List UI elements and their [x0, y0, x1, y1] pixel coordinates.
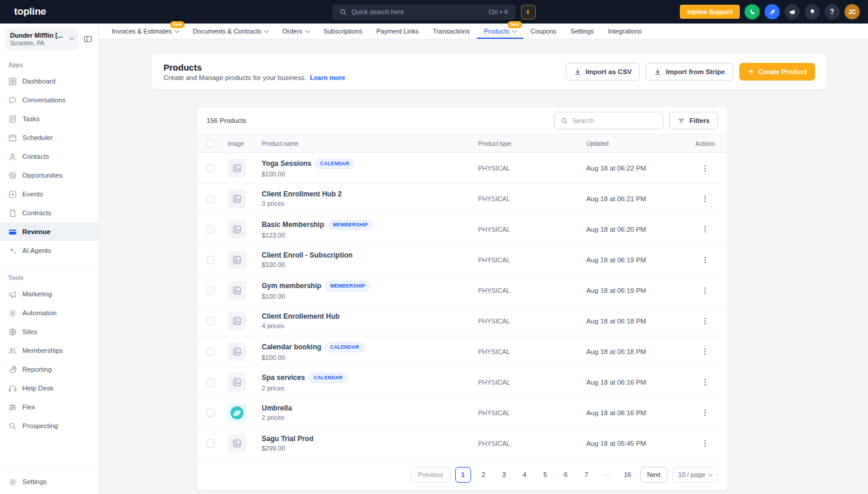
sidebar-item-events[interactable]: Events — [0, 185, 98, 203]
product-name[interactable]: Calendar booking — [262, 343, 321, 351]
sidebar-item-dashboard[interactable]: Dashboard — [0, 72, 98, 91]
sidebar-collapse-button[interactable] — [82, 34, 94, 45]
tab-transactions[interactable]: Transactions — [426, 24, 477, 39]
tab-payment-links[interactable]: Payment Links — [369, 24, 426, 39]
table-row[interactable]: Calendar bookingCALENDAR$100.00 PHYSICAL… — [197, 336, 727, 367]
launchpad-button[interactable] — [764, 4, 780, 19]
row-actions-button[interactable] — [698, 161, 712, 175]
account-switcher[interactable]: Dunder Mifflin [... Scranton, PA — [5, 28, 79, 50]
notifications-button[interactable] — [804, 4, 820, 19]
table-row[interactable]: Umbrella2 prices PHYSICAL Aug 18 at 06:1… — [197, 398, 727, 428]
tab-invoices-estimates[interactable]: New Invoices & Estimates — [105, 24, 186, 39]
pagination-page-5[interactable]: 5 — [538, 467, 553, 483]
product-name[interactable]: Umbrella — [262, 404, 292, 412]
sidebar-item-help-desk[interactable]: Help Desk — [0, 379, 98, 398]
tab-subscriptions[interactable]: Subscriptions — [316, 24, 369, 39]
row-checkbox[interactable] — [206, 317, 215, 325]
select-all-checkbox[interactable] — [206, 139, 215, 148]
pagination-next[interactable]: Next — [640, 467, 668, 483]
pagination-page-6[interactable]: 6 — [558, 467, 574, 483]
product-name[interactable]: Client Enroll - Subscription — [262, 251, 353, 259]
product-name[interactable]: Client Enrollment Hub 2 — [262, 190, 342, 198]
table-row[interactable]: Basic MembershipMEMBERSHIP$123.00 PHYSIC… — [197, 214, 727, 245]
import-csv-button[interactable]: Import as CSV — [566, 63, 640, 81]
product-name[interactable]: Yoga Sessions — [262, 159, 311, 168]
row-checkbox[interactable] — [206, 409, 215, 417]
table-search-input[interactable] — [572, 117, 657, 124]
row-actions-button[interactable] — [698, 436, 712, 450]
table-row[interactable]: Sagu Trial Prod$299.00 PHYSICAL Aug 18 a… — [197, 428, 727, 459]
pagination-page-2[interactable]: 2 — [476, 467, 492, 483]
table-row[interactable]: Client Enrollment Hub 23 prices PHYSICAL… — [197, 183, 727, 214]
row-actions-button[interactable] — [698, 375, 712, 389]
table-row[interactable]: Client Enroll - Subscription$100.00 PHYS… — [197, 245, 727, 275]
product-name[interactable]: Client Enrollement Hub — [262, 312, 340, 321]
table-search[interactable] — [554, 112, 663, 129]
pagination-previous[interactable]: Previous — [411, 467, 450, 483]
tab-products[interactable]: New Products — [477, 24, 523, 39]
sidebar-item-reporting[interactable]: Reporting — [0, 360, 98, 379]
tab-orders[interactable]: Orders — [275, 24, 316, 39]
product-name[interactable]: Basic Membership — [262, 221, 324, 229]
table-row[interactable]: Client Enrollement Hub4 prices PHYSICAL … — [197, 306, 727, 336]
row-actions-button[interactable] — [698, 314, 712, 328]
row-actions-button[interactable] — [698, 253, 712, 267]
page-size-select[interactable]: 10 / page — [672, 467, 718, 483]
row-actions-button[interactable] — [698, 283, 712, 298]
product-name[interactable]: Gym membership — [262, 282, 321, 290]
tab-documents-contracts[interactable]: Documents & Contracts — [186, 24, 275, 39]
sidebar-item-ai-agents[interactable]: AI Agents — [0, 241, 98, 260]
announcements-button[interactable] — [784, 4, 800, 19]
sidebar-item-opportunities[interactable]: Opportunities — [0, 166, 98, 185]
product-name[interactable]: Spa services — [262, 373, 305, 382]
help-button[interactable]: ? — [824, 4, 840, 19]
table-row[interactable]: Gym membershipMEMBERSHIP$100.00 PHYSICAL… — [197, 275, 727, 306]
row-checkbox[interactable] — [206, 195, 215, 203]
product-name[interactable]: Sagu Trial Prod — [262, 435, 313, 443]
sidebar-item-contracts[interactable]: Contracts — [0, 203, 98, 222]
pagination-page-7[interactable]: 7 — [579, 467, 595, 483]
row-checkbox[interactable] — [206, 439, 215, 448]
row-checkbox[interactable] — [206, 164, 215, 172]
lightning-button[interactable] — [521, 5, 536, 19]
pagination-page-3[interactable]: 3 — [496, 467, 512, 483]
support-button[interactable]: topline Support — [680, 5, 740, 19]
sidebar-item-marketing[interactable]: Marketing — [0, 285, 98, 303]
pagination-page-4[interactable]: 4 — [517, 467, 533, 483]
table-row[interactable]: Spa servicesCALENDAR2 prices PHYSICAL Au… — [197, 367, 727, 398]
tab-integrations[interactable]: Integrations — [601, 24, 649, 39]
import-stripe-button[interactable]: Import from Stripe — [646, 63, 733, 81]
row-checkbox[interactable] — [206, 378, 215, 386]
sidebar-item-flex[interactable]: Flex — [0, 398, 98, 416]
row-checkbox[interactable] — [206, 286, 215, 295]
sidebar-item-contacts[interactable]: Contacts — [0, 147, 98, 166]
phone-button[interactable] — [745, 4, 760, 19]
filters-button[interactable]: Filters — [669, 112, 718, 129]
pagination-page-16[interactable]: 16 — [620, 467, 636, 483]
pagination-ellipsis[interactable]: ··· — [599, 467, 615, 483]
avatar[interactable]: JC — [844, 4, 860, 19]
sidebar-item-scheduler[interactable]: Scheduler — [0, 128, 98, 147]
pagination-page-1[interactable]: 1 — [455, 467, 471, 483]
global-search[interactable]: Ctrl + K — [333, 5, 515, 19]
global-search-input[interactable] — [352, 8, 484, 15]
row-actions-button[interactable] — [698, 406, 712, 420]
sidebar-item-memberships[interactable]: Memberships — [0, 341, 98, 360]
create-product-button[interactable]: Create Product — [739, 63, 815, 81]
learn-more-link[interactable]: Learn more — [310, 74, 345, 81]
sidebar-item-revenue[interactable]: Revenue — [0, 222, 98, 241]
sidebar-item-tasks[interactable]: Tasks — [0, 109, 98, 128]
row-actions-button[interactable] — [698, 192, 712, 206]
row-checkbox[interactable] — [206, 348, 215, 356]
tab-coupons[interactable]: Coupons — [523, 24, 563, 39]
tab-settings[interactable]: Settings — [563, 24, 601, 39]
row-checkbox[interactable] — [206, 225, 215, 233]
sidebar-item-automation[interactable]: Automation — [0, 303, 98, 322]
sidebar-item-prospecting[interactable]: Prospecting — [0, 416, 98, 435]
row-actions-button[interactable] — [698, 222, 712, 236]
sidebar-item-conversations[interactable]: Conversations — [0, 91, 98, 109]
row-actions-button[interactable] — [698, 345, 712, 359]
sidebar-item-sites[interactable]: Sites — [0, 322, 98, 341]
table-row[interactable]: Yoga SessionsCALENDAR$100.00 PHYSICAL Au… — [197, 153, 727, 183]
row-checkbox[interactable] — [206, 256, 215, 264]
